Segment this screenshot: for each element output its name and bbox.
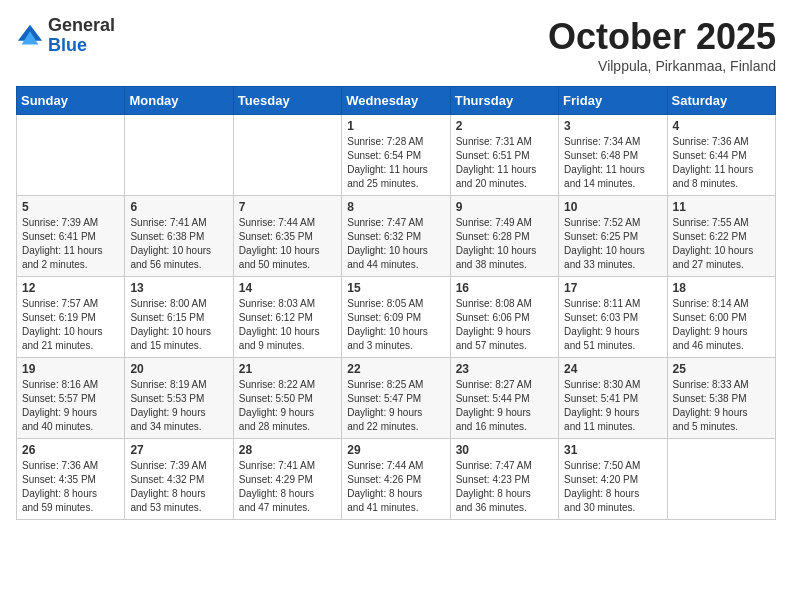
day-info: Sunrise: 8:27 AM Sunset: 5:44 PM Dayligh… xyxy=(456,378,553,434)
calendar-day-cell: 20Sunrise: 8:19 AM Sunset: 5:53 PM Dayli… xyxy=(125,358,233,439)
day-info: Sunrise: 8:14 AM Sunset: 6:00 PM Dayligh… xyxy=(673,297,770,353)
logo-icon xyxy=(16,22,44,50)
calendar-day-cell: 16Sunrise: 8:08 AM Sunset: 6:06 PM Dayli… xyxy=(450,277,558,358)
calendar-day-header: Thursday xyxy=(450,87,558,115)
calendar-day-cell: 8Sunrise: 7:47 AM Sunset: 6:32 PM Daylig… xyxy=(342,196,450,277)
calendar-week-row: 1Sunrise: 7:28 AM Sunset: 6:54 PM Daylig… xyxy=(17,115,776,196)
calendar-day-cell: 4Sunrise: 7:36 AM Sunset: 6:44 PM Daylig… xyxy=(667,115,775,196)
day-number: 20 xyxy=(130,362,227,376)
calendar-day-cell: 10Sunrise: 7:52 AM Sunset: 6:25 PM Dayli… xyxy=(559,196,667,277)
calendar-day-cell: 28Sunrise: 7:41 AM Sunset: 4:29 PM Dayli… xyxy=(233,439,341,520)
calendar-day-header: Tuesday xyxy=(233,87,341,115)
calendar-header-row: SundayMondayTuesdayWednesdayThursdayFrid… xyxy=(17,87,776,115)
day-number: 9 xyxy=(456,200,553,214)
day-number: 31 xyxy=(564,443,661,457)
day-info: Sunrise: 7:44 AM Sunset: 4:26 PM Dayligh… xyxy=(347,459,444,515)
day-info: Sunrise: 7:41 AM Sunset: 4:29 PM Dayligh… xyxy=(239,459,336,515)
day-number: 14 xyxy=(239,281,336,295)
day-info: Sunrise: 7:57 AM Sunset: 6:19 PM Dayligh… xyxy=(22,297,119,353)
day-number: 1 xyxy=(347,119,444,133)
calendar-day-cell: 31Sunrise: 7:50 AM Sunset: 4:20 PM Dayli… xyxy=(559,439,667,520)
day-info: Sunrise: 7:39 AM Sunset: 6:41 PM Dayligh… xyxy=(22,216,119,272)
calendar-day-cell: 7Sunrise: 7:44 AM Sunset: 6:35 PM Daylig… xyxy=(233,196,341,277)
day-number: 8 xyxy=(347,200,444,214)
calendar-day-cell: 21Sunrise: 8:22 AM Sunset: 5:50 PM Dayli… xyxy=(233,358,341,439)
calendar-day-header: Wednesday xyxy=(342,87,450,115)
day-number: 6 xyxy=(130,200,227,214)
day-info: Sunrise: 7:52 AM Sunset: 6:25 PM Dayligh… xyxy=(564,216,661,272)
calendar-day-cell: 2Sunrise: 7:31 AM Sunset: 6:51 PM Daylig… xyxy=(450,115,558,196)
calendar-day-cell: 13Sunrise: 8:00 AM Sunset: 6:15 PM Dayli… xyxy=(125,277,233,358)
calendar-day-cell xyxy=(125,115,233,196)
calendar-week-row: 26Sunrise: 7:36 AM Sunset: 4:35 PM Dayli… xyxy=(17,439,776,520)
day-number: 5 xyxy=(22,200,119,214)
day-info: Sunrise: 7:49 AM Sunset: 6:28 PM Dayligh… xyxy=(456,216,553,272)
day-number: 30 xyxy=(456,443,553,457)
location: Vilppula, Pirkanmaa, Finland xyxy=(548,58,776,74)
day-number: 23 xyxy=(456,362,553,376)
day-info: Sunrise: 8:22 AM Sunset: 5:50 PM Dayligh… xyxy=(239,378,336,434)
calendar-day-cell: 29Sunrise: 7:44 AM Sunset: 4:26 PM Dayli… xyxy=(342,439,450,520)
calendar-day-cell: 25Sunrise: 8:33 AM Sunset: 5:38 PM Dayli… xyxy=(667,358,775,439)
calendar-day-cell: 14Sunrise: 8:03 AM Sunset: 6:12 PM Dayli… xyxy=(233,277,341,358)
calendar-day-header: Saturday xyxy=(667,87,775,115)
calendar-week-row: 12Sunrise: 7:57 AM Sunset: 6:19 PM Dayli… xyxy=(17,277,776,358)
calendar-day-cell: 12Sunrise: 7:57 AM Sunset: 6:19 PM Dayli… xyxy=(17,277,125,358)
day-number: 13 xyxy=(130,281,227,295)
day-info: Sunrise: 7:34 AM Sunset: 6:48 PM Dayligh… xyxy=(564,135,661,191)
calendar-day-cell: 30Sunrise: 7:47 AM Sunset: 4:23 PM Dayli… xyxy=(450,439,558,520)
calendar-day-cell xyxy=(17,115,125,196)
calendar-day-header: Sunday xyxy=(17,87,125,115)
day-number: 21 xyxy=(239,362,336,376)
day-info: Sunrise: 7:55 AM Sunset: 6:22 PM Dayligh… xyxy=(673,216,770,272)
day-number: 28 xyxy=(239,443,336,457)
calendar-day-cell: 26Sunrise: 7:36 AM Sunset: 4:35 PM Dayli… xyxy=(17,439,125,520)
calendar-day-cell: 5Sunrise: 7:39 AM Sunset: 6:41 PM Daylig… xyxy=(17,196,125,277)
day-number: 19 xyxy=(22,362,119,376)
day-info: Sunrise: 8:30 AM Sunset: 5:41 PM Dayligh… xyxy=(564,378,661,434)
calendar-day-header: Monday xyxy=(125,87,233,115)
day-number: 25 xyxy=(673,362,770,376)
day-number: 7 xyxy=(239,200,336,214)
calendar-day-cell: 6Sunrise: 7:41 AM Sunset: 6:38 PM Daylig… xyxy=(125,196,233,277)
day-info: Sunrise: 8:05 AM Sunset: 6:09 PM Dayligh… xyxy=(347,297,444,353)
day-number: 24 xyxy=(564,362,661,376)
calendar-day-cell xyxy=(233,115,341,196)
day-info: Sunrise: 7:41 AM Sunset: 6:38 PM Dayligh… xyxy=(130,216,227,272)
day-info: Sunrise: 8:33 AM Sunset: 5:38 PM Dayligh… xyxy=(673,378,770,434)
calendar-day-cell: 23Sunrise: 8:27 AM Sunset: 5:44 PM Dayli… xyxy=(450,358,558,439)
calendar-day-cell: 17Sunrise: 8:11 AM Sunset: 6:03 PM Dayli… xyxy=(559,277,667,358)
day-number: 15 xyxy=(347,281,444,295)
day-info: Sunrise: 8:00 AM Sunset: 6:15 PM Dayligh… xyxy=(130,297,227,353)
calendar-day-cell: 1Sunrise: 7:28 AM Sunset: 6:54 PM Daylig… xyxy=(342,115,450,196)
day-number: 12 xyxy=(22,281,119,295)
calendar-day-cell: 22Sunrise: 8:25 AM Sunset: 5:47 PM Dayli… xyxy=(342,358,450,439)
calendar-day-cell: 9Sunrise: 7:49 AM Sunset: 6:28 PM Daylig… xyxy=(450,196,558,277)
day-number: 18 xyxy=(673,281,770,295)
day-info: Sunrise: 7:31 AM Sunset: 6:51 PM Dayligh… xyxy=(456,135,553,191)
calendar-day-cell: 11Sunrise: 7:55 AM Sunset: 6:22 PM Dayli… xyxy=(667,196,775,277)
calendar-body: 1Sunrise: 7:28 AM Sunset: 6:54 PM Daylig… xyxy=(17,115,776,520)
calendar-day-cell: 3Sunrise: 7:34 AM Sunset: 6:48 PM Daylig… xyxy=(559,115,667,196)
calendar-day-cell: 24Sunrise: 8:30 AM Sunset: 5:41 PM Dayli… xyxy=(559,358,667,439)
page-header: General Blue October 2025 Vilppula, Pirk… xyxy=(16,16,776,74)
day-info: Sunrise: 7:36 AM Sunset: 6:44 PM Dayligh… xyxy=(673,135,770,191)
title-block: October 2025 Vilppula, Pirkanmaa, Finlan… xyxy=(548,16,776,74)
calendar-day-cell: 15Sunrise: 8:05 AM Sunset: 6:09 PM Dayli… xyxy=(342,277,450,358)
day-info: Sunrise: 8:03 AM Sunset: 6:12 PM Dayligh… xyxy=(239,297,336,353)
day-number: 27 xyxy=(130,443,227,457)
day-number: 22 xyxy=(347,362,444,376)
calendar-day-cell: 19Sunrise: 8:16 AM Sunset: 5:57 PM Dayli… xyxy=(17,358,125,439)
calendar-week-row: 19Sunrise: 8:16 AM Sunset: 5:57 PM Dayli… xyxy=(17,358,776,439)
day-info: Sunrise: 7:36 AM Sunset: 4:35 PM Dayligh… xyxy=(22,459,119,515)
day-info: Sunrise: 7:28 AM Sunset: 6:54 PM Dayligh… xyxy=(347,135,444,191)
day-number: 2 xyxy=(456,119,553,133)
day-info: Sunrise: 7:39 AM Sunset: 4:32 PM Dayligh… xyxy=(130,459,227,515)
day-number: 4 xyxy=(673,119,770,133)
calendar-week-row: 5Sunrise: 7:39 AM Sunset: 6:41 PM Daylig… xyxy=(17,196,776,277)
day-info: Sunrise: 7:47 AM Sunset: 4:23 PM Dayligh… xyxy=(456,459,553,515)
day-info: Sunrise: 7:47 AM Sunset: 6:32 PM Dayligh… xyxy=(347,216,444,272)
day-number: 3 xyxy=(564,119,661,133)
month-title: October 2025 xyxy=(548,16,776,58)
day-info: Sunrise: 8:19 AM Sunset: 5:53 PM Dayligh… xyxy=(130,378,227,434)
